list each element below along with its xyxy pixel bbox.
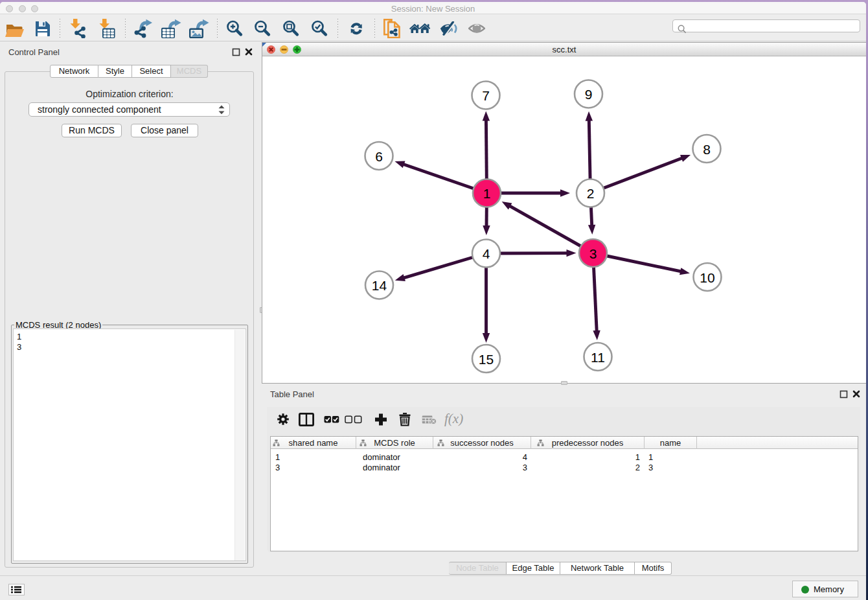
svg-text:3: 3 [589,246,597,261]
svg-text:2: 2 [587,186,595,201]
svg-text:8: 8 [703,142,711,157]
svg-text:14: 14 [372,278,387,293]
svg-text:6: 6 [375,149,383,164]
svg-text:15: 15 [479,352,494,367]
svg-text:10: 10 [700,270,714,285]
svg-text:7: 7 [482,88,490,103]
svg-text:9: 9 [585,87,593,102]
svg-text:11: 11 [591,350,605,365]
svg-text:4: 4 [483,246,490,261]
svg-text:1: 1 [483,186,491,201]
